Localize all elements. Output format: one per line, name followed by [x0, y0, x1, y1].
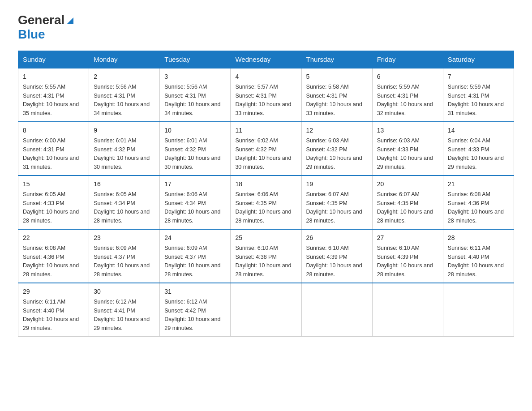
- calendar-cell: 6Sunrise: 5:59 AMSunset: 4:31 PMDaylight…: [372, 68, 443, 122]
- day-number: 12: [306, 126, 368, 135]
- calendar-cell: 9Sunrise: 6:01 AMSunset: 4:32 PMDaylight…: [89, 122, 160, 176]
- calendar-cell: 8Sunrise: 6:00 AMSunset: 4:31 PMDaylight…: [18, 122, 89, 176]
- calendar-table: SundayMondayTuesdayWednesdayThursdayFrid…: [18, 51, 514, 337]
- day-number: 6: [377, 72, 438, 81]
- day-info: Sunrise: 6:08 AMSunset: 4:36 PMDaylight:…: [23, 245, 79, 278]
- calendar-cell: 3Sunrise: 5:56 AMSunset: 4:31 PMDaylight…: [160, 68, 231, 122]
- day-number: 22: [23, 233, 84, 243]
- day-info: Sunrise: 6:00 AMSunset: 4:31 PMDaylight:…: [23, 137, 79, 170]
- calendar-week-row: 15Sunrise: 6:05 AMSunset: 4:33 PMDayligh…: [18, 176, 514, 229]
- svg-marker-0: [67, 17, 73, 24]
- day-info: Sunrise: 5:59 AMSunset: 4:31 PMDaylight:…: [448, 84, 504, 116]
- day-number: 23: [94, 233, 155, 243]
- day-info: Sunrise: 6:04 AMSunset: 4:33 PMDaylight:…: [448, 137, 504, 170]
- day-info: Sunrise: 6:11 AMSunset: 4:40 PMDaylight:…: [23, 299, 79, 331]
- day-info: Sunrise: 6:08 AMSunset: 4:36 PMDaylight:…: [448, 191, 504, 224]
- day-number: 13: [377, 126, 438, 135]
- calendar-cell: 23Sunrise: 6:09 AMSunset: 4:37 PMDayligh…: [89, 229, 160, 283]
- calendar-cell: 29Sunrise: 6:11 AMSunset: 4:40 PMDayligh…: [18, 283, 89, 337]
- calendar-week-row: 8Sunrise: 6:00 AMSunset: 4:31 PMDaylight…: [18, 122, 514, 176]
- calendar-cell: [231, 283, 301, 337]
- day-number: 26: [306, 233, 368, 243]
- day-info: Sunrise: 6:05 AMSunset: 4:33 PMDaylight:…: [23, 191, 79, 224]
- calendar-cell: [443, 283, 514, 337]
- calendar-cell: 10Sunrise: 6:01 AMSunset: 4:32 PMDayligh…: [160, 122, 231, 176]
- day-info: Sunrise: 6:05 AMSunset: 4:34 PMDaylight:…: [94, 191, 150, 224]
- day-info: Sunrise: 6:10 AMSunset: 4:38 PMDaylight:…: [235, 245, 291, 278]
- day-info: Sunrise: 5:59 AMSunset: 4:31 PMDaylight:…: [377, 84, 433, 116]
- day-number: 11: [235, 126, 296, 135]
- calendar-cell: 20Sunrise: 6:07 AMSunset: 4:35 PMDayligh…: [372, 176, 443, 229]
- calendar-week-row: 22Sunrise: 6:08 AMSunset: 4:36 PMDayligh…: [18, 229, 514, 283]
- calendar-week-row: 1Sunrise: 5:55 AMSunset: 4:31 PMDaylight…: [18, 68, 514, 122]
- calendar-cell: 1Sunrise: 5:55 AMSunset: 4:31 PMDaylight…: [18, 68, 89, 122]
- day-info: Sunrise: 6:12 AMSunset: 4:41 PMDaylight:…: [94, 299, 150, 331]
- day-info: Sunrise: 6:01 AMSunset: 4:32 PMDaylight:…: [164, 137, 220, 170]
- day-info: Sunrise: 6:06 AMSunset: 4:35 PMDaylight:…: [235, 191, 291, 224]
- header-wednesday: Wednesday: [231, 51, 301, 68]
- day-number: 5: [306, 72, 368, 81]
- calendar-cell: 27Sunrise: 6:10 AMSunset: 4:39 PMDayligh…: [372, 229, 443, 283]
- calendar-cell: 26Sunrise: 6:10 AMSunset: 4:39 PMDayligh…: [301, 229, 372, 283]
- calendar-cell: 22Sunrise: 6:08 AMSunset: 4:36 PMDayligh…: [18, 229, 89, 283]
- day-info: Sunrise: 6:07 AMSunset: 4:35 PMDaylight:…: [306, 191, 362, 224]
- calendar-cell: 28Sunrise: 6:11 AMSunset: 4:40 PMDayligh…: [443, 229, 514, 283]
- calendar-cell: 14Sunrise: 6:04 AMSunset: 4:33 PMDayligh…: [443, 122, 514, 176]
- day-number: 25: [235, 233, 296, 243]
- day-number: 10: [164, 126, 226, 135]
- calendar-cell: 13Sunrise: 6:03 AMSunset: 4:33 PMDayligh…: [372, 122, 443, 176]
- calendar-cell: 30Sunrise: 6:12 AMSunset: 4:41 PMDayligh…: [89, 283, 160, 337]
- day-info: Sunrise: 6:09 AMSunset: 4:37 PMDaylight:…: [94, 245, 150, 278]
- day-number: 18: [235, 180, 296, 189]
- calendar-cell: 17Sunrise: 6:06 AMSunset: 4:34 PMDayligh…: [160, 176, 231, 229]
- header-monday: Monday: [89, 51, 160, 68]
- day-info: Sunrise: 6:03 AMSunset: 4:32 PMDaylight:…: [306, 137, 362, 170]
- calendar-cell: 15Sunrise: 6:05 AMSunset: 4:33 PMDayligh…: [18, 176, 89, 229]
- day-number: 27: [377, 233, 438, 243]
- logo: General Blue: [18, 13, 75, 42]
- calendar-cell: 18Sunrise: 6:06 AMSunset: 4:35 PMDayligh…: [231, 176, 301, 229]
- day-info: Sunrise: 5:56 AMSunset: 4:31 PMDaylight:…: [164, 84, 220, 116]
- day-number: 24: [164, 233, 226, 243]
- calendar-cell: 4Sunrise: 5:57 AMSunset: 4:31 PMDaylight…: [231, 68, 301, 122]
- day-info: Sunrise: 5:57 AMSunset: 4:31 PMDaylight:…: [235, 84, 291, 116]
- day-number: 19: [306, 180, 368, 189]
- day-number: 3: [164, 72, 226, 81]
- header-tuesday: Tuesday: [160, 51, 231, 68]
- day-info: Sunrise: 6:06 AMSunset: 4:34 PMDaylight:…: [164, 191, 220, 224]
- day-info: Sunrise: 5:55 AMSunset: 4:31 PMDaylight:…: [23, 84, 79, 116]
- day-info: Sunrise: 6:10 AMSunset: 4:39 PMDaylight:…: [306, 245, 362, 278]
- day-number: 9: [94, 126, 155, 135]
- logo-general: General: [18, 13, 64, 27]
- header-sunday: Sunday: [18, 51, 89, 68]
- header-saturday: Saturday: [443, 51, 514, 68]
- calendar-cell: 24Sunrise: 6:09 AMSunset: 4:37 PMDayligh…: [160, 229, 231, 283]
- day-info: Sunrise: 6:11 AMSunset: 4:40 PMDaylight:…: [448, 245, 504, 278]
- calendar-cell: 5Sunrise: 5:58 AMSunset: 4:31 PMDaylight…: [301, 68, 372, 122]
- header-thursday: Thursday: [301, 51, 372, 68]
- day-number: 21: [448, 180, 509, 189]
- day-info: Sunrise: 5:58 AMSunset: 4:31 PMDaylight:…: [306, 84, 362, 116]
- day-number: 16: [94, 180, 155, 189]
- day-number: 1: [23, 72, 84, 81]
- day-number: 2: [94, 72, 155, 81]
- calendar-week-row: 29Sunrise: 6:11 AMSunset: 4:40 PMDayligh…: [18, 283, 514, 337]
- calendar-cell: [301, 283, 372, 337]
- calendar-cell: 12Sunrise: 6:03 AMSunset: 4:32 PMDayligh…: [301, 122, 372, 176]
- logo-triangle-icon: [65, 16, 75, 26]
- day-number: 28: [448, 233, 509, 243]
- calendar-cell: 16Sunrise: 6:05 AMSunset: 4:34 PMDayligh…: [89, 176, 160, 229]
- calendar-cell: 11Sunrise: 6:02 AMSunset: 4:32 PMDayligh…: [231, 122, 301, 176]
- day-number: 29: [23, 287, 84, 296]
- calendar-cell: 21Sunrise: 6:08 AMSunset: 4:36 PMDayligh…: [443, 176, 514, 229]
- day-info: Sunrise: 6:01 AMSunset: 4:32 PMDaylight:…: [94, 137, 150, 170]
- calendar-cell: 2Sunrise: 5:56 AMSunset: 4:31 PMDaylight…: [89, 68, 160, 122]
- day-info: Sunrise: 6:02 AMSunset: 4:32 PMDaylight:…: [235, 137, 291, 170]
- day-number: 4: [235, 72, 296, 81]
- day-info: Sunrise: 6:09 AMSunset: 4:37 PMDaylight:…: [164, 245, 220, 278]
- logo-blue: Blue: [18, 27, 45, 42]
- header-friday: Friday: [372, 51, 443, 68]
- day-info: Sunrise: 6:10 AMSunset: 4:39 PMDaylight:…: [377, 245, 433, 278]
- day-number: 15: [23, 180, 84, 189]
- day-number: 14: [448, 126, 509, 135]
